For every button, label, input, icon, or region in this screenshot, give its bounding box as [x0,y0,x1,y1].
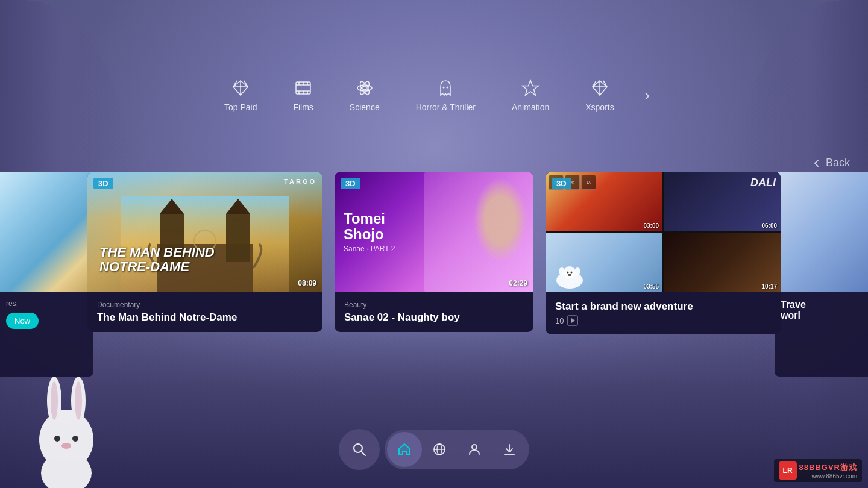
search-button[interactable] [339,429,380,470]
grid-duration-3: 03:55 [643,283,659,290]
bottom-nav-pill [385,430,529,469]
polar-bear-icon [549,259,591,289]
svg-rect-29 [226,214,250,262]
nav-item-films[interactable]: Films [275,72,331,118]
download-button[interactable] [492,432,527,467]
grid-duration-4: 10:17 [761,283,777,290]
svg-point-14 [363,86,366,90]
grid-cell-4: 10:17 [664,233,781,292]
card-title-sanae: Sanae 02 - Naughty boy [344,311,524,324]
nav-label-films: Films [293,102,313,112]
duration-card1: 08:09 [298,279,316,287]
svg-point-37 [567,272,569,274]
svg-point-34 [564,266,576,278]
card-adventure[interactable]: EU VR LA 03:00 DALI 06:00 [546,172,781,334]
ghost-icon [436,78,455,98]
grid-cell-2: DALI 06:00 [664,172,781,231]
nav-categories: Top Paid Films Science [0,72,868,118]
nav-label-top-paid: Top Paid [224,102,257,112]
watermark-info: 88BBGVR游戏 www.8865vr.com [799,462,857,480]
card-genre-notre-dame: Documentary [97,301,313,309]
svg-point-38 [571,272,573,274]
card-playlist-count: 10 [555,315,771,326]
explore-button[interactable] [422,432,457,467]
badge-3d-card3: 3D [552,178,571,189]
download-icon [502,442,517,457]
playlist-count: 10 [555,316,564,325]
svg-point-45 [51,381,58,420]
back-button[interactable]: Back [811,157,850,169]
search-icon [351,442,367,457]
watermark-brand: 88BBGVR游戏 [799,462,857,473]
xsports-icon [590,78,609,98]
svg-point-19 [447,87,448,89]
card-notre-dame[interactable]: THE MAN BEHINDNOTRE-DAME TARGO 3D 08:09 … [87,172,322,332]
svg-marker-20 [523,80,539,95]
card-info-notre-dame: Documentary The Man Behind Notre-Dame [87,292,322,332]
back-label: Back [826,157,850,169]
notre-dame-title-overlay: THE MAN BEHINDNOTRE-DAME [99,245,215,274]
svg-point-49 [61,443,71,449]
nav-label-animation: Animation [512,102,549,112]
card-title-adventure: Start a brand new adventure [555,301,771,313]
explore-icon [432,442,447,457]
thumbnail-notre-dame: THE MAN BEHINDNOTRE-DAME TARGO 3D 08:09 [87,172,322,292]
svg-point-35 [559,267,565,275]
badge-3d-card2: 3D [341,178,360,189]
card-info-sanae: Beauty Sanae 02 - Naughty boy [335,292,533,332]
card-sanae[interactable]: Tomei Shojo Sanae · PART 2 3D 02:29 Beau… [335,172,533,332]
atom-icon [355,78,374,98]
duration-card2: 02:29 [509,279,527,287]
grid-duration-2: 06:00 [761,222,777,229]
svg-line-52 [362,452,366,456]
thumbnail-adventure: EU VR LA 03:00 DALI 06:00 [546,172,781,292]
nav-label-science: Science [350,102,380,112]
thumbnail-sanae: Tomei Shojo Sanae · PART 2 3D 02:29 [335,172,533,292]
nav-item-science[interactable]: Science [332,72,398,118]
grid-duration-1: 03:00 [643,222,659,229]
nav-label-horror: Horror & Thriller [416,102,476,112]
adventure-grid: EU VR LA 03:00 DALI 06:00 [546,172,781,292]
watermark: LR 88BBGVR游戏 www.8865vr.com [774,459,862,482]
svg-point-18 [443,87,445,89]
sanae-title-main: Tomei [344,211,395,227]
sanae-bg: Tomei Shojo Sanae · PART 2 [335,172,533,292]
star-icon [521,78,540,98]
diamond-icon [231,78,250,98]
award-la: LA [581,175,596,190]
grid-cell-3: 03:55 [546,233,662,292]
nav-item-top-paid[interactable]: Top Paid [206,72,275,118]
svg-point-39 [568,274,571,276]
nav-item-animation[interactable]: Animation [494,72,567,118]
svg-marker-41 [571,318,575,323]
targo-logo: TARGO [284,178,316,185]
svg-point-47 [54,436,60,442]
sanae-title-sub: Shojo [344,227,395,242]
notre-dame-bg: THE MAN BEHINDNOTRE-DAME TARGO [87,172,322,292]
film-icon [294,78,313,98]
svg-point-56 [472,445,477,449]
card-info-adventure: Start a brand new adventure 10 [546,292,781,334]
card-title-notre-dame: The Man Behind Notre-Dame [97,311,313,324]
profile-button[interactable] [457,432,492,467]
dali-text: DALI [750,177,776,189]
playlist-icon [567,315,578,326]
cards-area: THE MAN BEHINDNOTRE-DAME TARGO 3D 08:09 … [0,172,868,334]
home-button[interactable] [387,432,422,467]
nav-item-xsports[interactable]: Xsports [567,72,632,118]
home-icon [397,442,412,457]
bunny-silhouette [12,368,121,488]
watermark-logo-text: LR [783,466,793,475]
card-genre-sanae: Beauty [344,301,524,309]
person-icon [467,442,482,457]
svg-point-36 [574,267,580,275]
bottom-nav [339,429,529,470]
svg-point-46 [75,381,82,420]
watermark-logo-icon: LR [779,461,797,480]
svg-point-48 [72,436,78,442]
badge-3d-card1: 3D [93,178,113,189]
notre-dame-silhouette-icon [121,196,289,292]
sanae-title-part: Sanae · PART 2 [344,245,395,253]
nav-item-horror[interactable]: Horror & Thriller [398,72,494,118]
nav-next-arrow[interactable]: › [632,80,662,111]
